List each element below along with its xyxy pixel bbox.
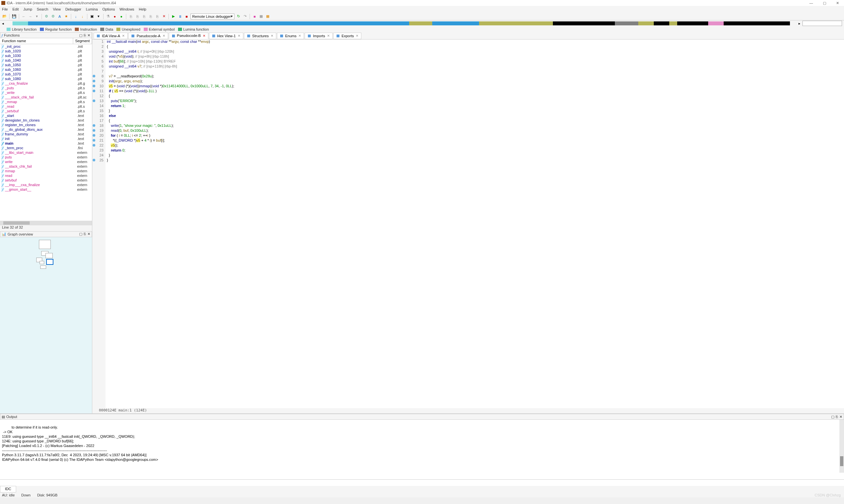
function-row[interactable]: sub_1040.plt xyxy=(0,58,92,62)
tab-pseudocode-a[interactable]: ▦Pseudocode-A✕ xyxy=(128,33,168,39)
code-line[interactable]: } xyxy=(107,109,844,114)
function-row[interactable]: _read.plt.s xyxy=(0,104,92,109)
function-row[interactable]: frame_dummy.text xyxy=(0,132,92,137)
nav-combo[interactable] xyxy=(803,21,842,26)
function-row[interactable]: __cxa_finalize.plt.g xyxy=(0,81,92,86)
nav-dropdown-icon[interactable]: ▾ xyxy=(34,14,39,19)
code-line[interactable]: write(1, "show your magic: ", 0x11uLL); xyxy=(107,124,844,128)
menu-help[interactable]: Help xyxy=(139,7,147,11)
function-row[interactable]: register_tm_clones.text xyxy=(0,123,92,127)
run-icon[interactable]: ▶ xyxy=(171,14,176,19)
code-line[interactable]: init(argc, argv, envp); xyxy=(107,79,844,84)
function-row[interactable]: setvbufextern xyxy=(0,178,92,182)
panel-pin-icon[interactable]: ⎘ xyxy=(836,415,838,419)
misc-icon[interactable]: ▦ xyxy=(265,14,270,19)
idc-tab[interactable]: IDC xyxy=(0,486,16,492)
functions-list[interactable]: _init_proc.initsub_1020.pltsub_1030.plts… xyxy=(0,44,92,221)
code-line[interactable]: puts("ERROR"); xyxy=(107,99,844,104)
menu-jump[interactable]: Jump xyxy=(23,7,32,11)
dropdown-icon[interactable]: ▾ xyxy=(96,14,101,19)
menu-options[interactable]: Options xyxy=(103,7,115,11)
function-row[interactable]: sub_1060.plt xyxy=(0,67,92,72)
code-line[interactable]: void (*v5)(void); // [rsp+8h] [rbp-118h] xyxy=(107,54,844,59)
filter-icon[interactable]: ⚗ xyxy=(105,14,111,19)
save-icon[interactable]: 💾 xyxy=(12,14,17,19)
tool-icon[interactable]: ⚙ xyxy=(44,14,49,19)
stop-icon[interactable]: ■ xyxy=(184,14,189,19)
code-line[interactable] xyxy=(107,69,844,74)
function-row[interactable]: __libc_start_mainextern xyxy=(0,150,92,155)
function-row[interactable]: main.text xyxy=(0,141,92,146)
text-icon[interactable]: A xyxy=(57,14,62,19)
navigation-band[interactable]: ◂ ▸ xyxy=(0,20,844,26)
tab-exports[interactable]: ▦Exports✕ xyxy=(333,33,361,39)
close-button[interactable]: ✕ xyxy=(836,1,839,5)
tab-ida-view-a[interactable]: ▦IDA View-A✕ xyxy=(93,33,127,39)
panel-restore-icon[interactable]: ▢ xyxy=(79,232,82,236)
stop-red-icon[interactable]: ● xyxy=(112,14,117,19)
code-line[interactable]: v5(); xyxy=(107,143,844,148)
arrow-down-icon[interactable]: ↓ xyxy=(80,14,85,19)
code-line[interactable]: for ( i = 0LL; i <= 2; ++i ) xyxy=(107,133,844,138)
function-row[interactable]: __gmon_start__extern xyxy=(0,187,92,192)
function-row[interactable]: ___stack_chk_fail.plt.sc xyxy=(0,95,92,100)
code-line[interactable]: unsigned __int64 i; // [rsp+0h] [rbp-120… xyxy=(107,49,844,54)
panel-pin-icon[interactable]: ⎘ xyxy=(84,232,86,236)
debugger-select[interactable]: Remote Linux debugger ▾ xyxy=(191,14,235,19)
output-body[interactable]: to determine if it is read-only. -> OK 1… xyxy=(0,420,844,479)
panel-restore-icon[interactable]: ▢ xyxy=(79,33,82,38)
code-line[interactable]: return 0; xyxy=(107,148,844,153)
code-line[interactable]: else xyxy=(107,114,844,119)
tab-pseudocode-b[interactable]: ▦Pseudocode-B✕ xyxy=(169,33,208,39)
output-scrollbar[interactable] xyxy=(839,420,844,473)
function-row[interactable]: mmapextern xyxy=(0,169,92,173)
minimize-button[interactable]: — xyxy=(809,1,813,5)
code-line[interactable]: { xyxy=(107,44,844,49)
code-line[interactable]: unsigned __int64 v7; // [rsp+118h] [rbp-… xyxy=(107,64,844,69)
code-line[interactable]: return 1; xyxy=(107,104,844,109)
menu-file[interactable]: File xyxy=(2,7,8,11)
function-row[interactable]: sub_1050.plt xyxy=(0,62,92,67)
function-row[interactable]: _mmap.plt.s xyxy=(0,100,92,104)
menu-windows[interactable]: Windows xyxy=(119,7,134,11)
function-row[interactable]: __do_global_dtors_aux.text xyxy=(0,127,92,132)
code-line[interactable]: v5 = (void (*)(void))mmap((void *)0x1145… xyxy=(107,84,844,89)
misc-icon[interactable]: ⎘ xyxy=(155,14,160,19)
col-segment[interactable]: Segment xyxy=(73,38,92,44)
menu-edit[interactable]: Edit xyxy=(13,7,19,11)
function-row[interactable]: _init_proc.init xyxy=(0,44,92,49)
tool-icon[interactable]: ⚙ xyxy=(50,14,56,19)
code-area[interactable]: 1234567891011121314151617181920212223242… xyxy=(92,39,844,408)
function-row[interactable]: __imp___cxa_finalizeextern xyxy=(0,182,92,187)
code-line[interactable]: int __fastcall main(int argc, const char… xyxy=(107,39,844,44)
code-line[interactable]: int buf[66]; // [rsp+10h] [rbp-110h] BYR… xyxy=(107,59,844,64)
misc-icon[interactable]: ⎘ xyxy=(135,14,140,19)
function-row[interactable]: __stack_chk_failextern xyxy=(0,164,92,169)
arrow-down-blue-icon[interactable]: ↓ xyxy=(73,14,79,19)
menu-search[interactable]: Search xyxy=(37,7,49,11)
function-row[interactable]: _term_proc.fini xyxy=(0,146,92,150)
misc-icon[interactable]: ⎘ xyxy=(128,14,134,19)
col-function-name[interactable]: Function name xyxy=(0,38,73,44)
misc-icon[interactable]: ▦ xyxy=(258,14,264,19)
functions-scrollbar[interactable] xyxy=(0,221,92,225)
function-row[interactable]: _start.text xyxy=(0,113,92,118)
function-row[interactable]: writeextern xyxy=(0,159,92,164)
code-line[interactable]: v7 = __readfsqword(0x28u); xyxy=(107,74,844,79)
function-row[interactable]: deregister_tm_clones.text xyxy=(0,118,92,123)
menu-view[interactable]: View xyxy=(53,7,61,11)
function-row[interactable]: sub_1080.plt xyxy=(0,76,92,81)
open-icon[interactable]: 📂 xyxy=(2,14,7,19)
panel-pin-icon[interactable]: ⎘ xyxy=(84,33,86,38)
function-row[interactable]: _setvbuf.plt.s xyxy=(0,109,92,113)
panel-close-icon[interactable]: ✕ xyxy=(87,232,90,236)
go-green-icon[interactable]: ● xyxy=(119,14,124,19)
function-row[interactable]: sub_1020.plt xyxy=(0,49,92,53)
code-line[interactable]: } xyxy=(107,158,844,163)
refresh-icon[interactable]: ↻ xyxy=(236,14,241,19)
nav-fwd-icon[interactable]: → xyxy=(28,14,33,19)
output-input[interactable] xyxy=(0,479,844,486)
misc-icon[interactable]: ⎘ xyxy=(148,14,153,19)
menu-lumina[interactable]: Lumina xyxy=(86,7,98,11)
function-row[interactable]: readextern xyxy=(0,173,92,178)
